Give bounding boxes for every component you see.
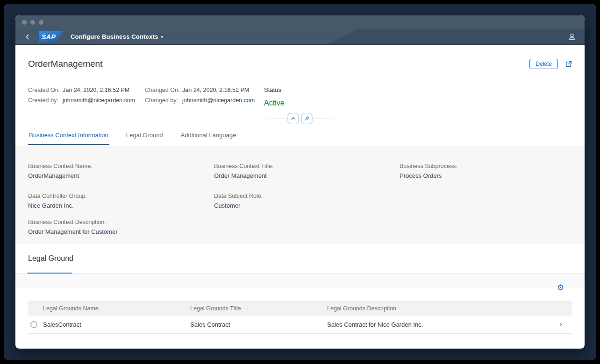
delete-button[interactable]: Delete (529, 59, 558, 69)
share-button[interactable] (564, 60, 572, 68)
window-dot (30, 20, 35, 25)
field-label: Business Context Description: (28, 218, 572, 226)
cell-legal-ground-description: Sales Contract for Nice Garden Inc. (327, 321, 553, 328)
user-profile-button[interactable] (566, 31, 578, 43)
cell-legal-ground-name: SalesContract (43, 321, 190, 328)
changed-on-value: Jan 24, 2020, 2:16:52 PM (182, 85, 249, 95)
legal-ground-table-area: ⚙ Legal Grounds Name Legal Grounds Title… (15, 273, 585, 288)
tab-legal-ground[interactable]: Legal Ground (125, 130, 164, 145)
person-icon (568, 33, 576, 41)
field-label: Data Controller Group: (28, 192, 214, 200)
back-button[interactable] (22, 32, 33, 42)
shell-title-menu[interactable]: Configure Business Contexts ▾ (71, 33, 163, 40)
sap-logo[interactable]: SAP (39, 31, 63, 42)
section-business-context-information: Business Context Name: OrderManagement B… (15, 147, 585, 244)
status-label: Status (264, 85, 285, 95)
field-business-context-title: Business Context Title: Order Management (214, 162, 400, 180)
table-toolbar: ⚙ (15, 273, 585, 301)
field-value: OrderManagement (28, 172, 214, 180)
tab-business-context-information[interactable]: Business Context Information (28, 130, 109, 145)
column-header-title: Legal Grounds Title (190, 305, 327, 312)
page-title: OrderManagement (28, 59, 102, 69)
table-header-row: Legal Grounds Name Legal Grounds Title L… (28, 302, 572, 315)
field-value: Process Orders (400, 172, 572, 180)
created-by-label: Created by: (28, 95, 63, 105)
column-header-name: Legal Grounds Name (43, 305, 190, 312)
tab-additional-language[interactable]: Additional Language (180, 130, 237, 145)
page-header: OrderManagement Delete Created On: Jan 2… (15, 45, 585, 147)
changed-on-label: Changed On: (145, 85, 182, 95)
field-label: Business Context Name: (28, 162, 214, 170)
field-label: Business Subprocess: (400, 162, 572, 170)
collapse-header-button[interactable] (288, 113, 299, 124)
column-header-description: Legal Grounds Description (327, 305, 553, 312)
row-radio-button[interactable] (30, 321, 37, 328)
created-on-value: Jan 24, 2020, 2:16:52 PM (63, 85, 129, 95)
window-dot (39, 20, 43, 25)
shell-title-text: Configure Business Contexts (71, 33, 158, 40)
pin-icon (304, 116, 310, 121)
browser-topbar (15, 15, 585, 29)
window-dot (22, 20, 27, 25)
app-window: SAP Configure Business Contexts ▾ OrderM… (15, 15, 585, 349)
section-title: Legal Ground (28, 254, 73, 263)
field-value: Customer (214, 202, 400, 210)
share-icon (564, 60, 572, 68)
field-label: Business Context Title: (214, 162, 400, 170)
field-data-controller-group: Data Controller Group: Nice Garden Inc. (28, 192, 214, 210)
shell-bar: SAP Configure Business Contexts ▾ (15, 29, 585, 45)
back-chevron-icon (24, 34, 31, 40)
settings-gear-icon[interactable]: ⚙ (557, 284, 564, 292)
field-data-subject-role: Data Subject Role: Customer (214, 192, 400, 210)
field-business-context-description: Business Context Description: Order Mana… (28, 218, 572, 236)
sap-logo-text: SAP (39, 33, 56, 41)
field-label: Data Subject Role: (214, 192, 400, 200)
changed-by-value: johnsmith@nicegarden.com (182, 95, 255, 105)
chevron-right-icon[interactable]: › (553, 320, 572, 329)
created-by-value: johnsmith@nicegarden.com (63, 95, 135, 105)
legal-grounds-table: Legal Grounds Name Legal Grounds Title L… (28, 301, 572, 334)
header-metadata: Created On: Jan 24, 2020, 2:16:52 PM Cre… (15, 69, 585, 108)
field-business-subprocess: Business Subprocess: Process Orders (400, 162, 572, 180)
status-badge: Active (264, 98, 285, 108)
field-value: Order Management (214, 172, 400, 180)
chevron-down-icon: ▾ (161, 35, 163, 39)
created-on-label: Created On: (28, 85, 63, 95)
tab-bar: Business Context Information Legal Groun… (15, 130, 585, 147)
field-value: Nice Garden Inc. (28, 202, 214, 210)
cell-legal-ground-title: Sales Contract (190, 321, 327, 328)
changed-by-label: Changed by: (145, 95, 182, 105)
pin-header-button[interactable] (301, 113, 313, 124)
legal-ground-section-header: Legal Ground (15, 244, 585, 273)
chevron-up-icon (291, 116, 296, 121)
table-row[interactable]: SalesContract Sales Contract Sales Contr… (28, 315, 572, 333)
header-controls (15, 108, 585, 130)
field-value: Order Management for Customer (28, 228, 572, 236)
field-business-context-name: Business Context Name: OrderManagement (28, 162, 214, 180)
